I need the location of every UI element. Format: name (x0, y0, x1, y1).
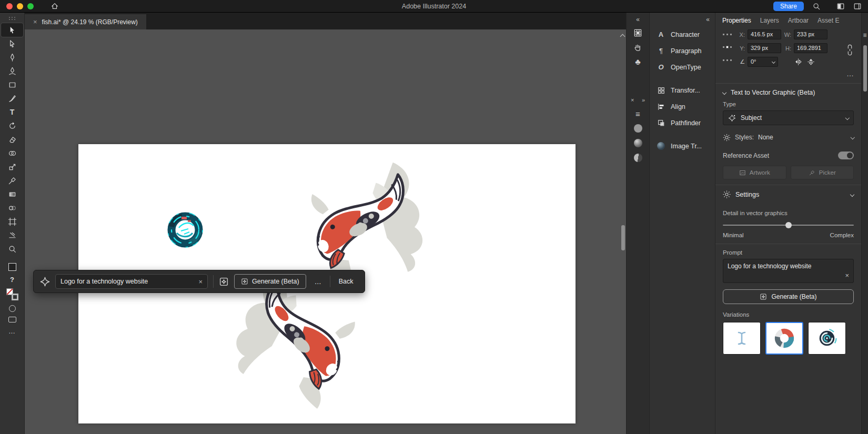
eyedropper-tool[interactable] (1, 174, 23, 187)
transform-section: X: 416.5 px W: 233 px Y: 329 px H: 169.2… (723, 29, 854, 70)
search-icon[interactable] (812, 2, 821, 11)
flip-vertical-icon[interactable] (807, 58, 815, 66)
sphere-panel-icon[interactable] (630, 136, 646, 150)
contextual-task-bar[interactable]: Logo for a technology website × Generate… (33, 270, 365, 293)
type-tool[interactable]: T (1, 105, 23, 119)
group-expand-icon[interactable]: » (642, 97, 645, 103)
back-button[interactable]: Back (330, 276, 359, 287)
lens-panel-icon[interactable] (630, 150, 646, 165)
panel-character[interactable]: A Character (650, 26, 715, 43)
zoom-tool[interactable] (1, 242, 23, 256)
ttv-section-header[interactable]: Text to Vector Graphic (Beta) (723, 89, 854, 96)
club-icon[interactable]: ♣ (630, 55, 646, 69)
menu-panel-icon[interactable]: ≡ (630, 106, 646, 121)
pen-tool[interactable] (1, 51, 23, 64)
subject-icon (728, 114, 736, 122)
close-window-button[interactable] (6, 3, 13, 9)
taskbar-more-button[interactable]: … (311, 278, 325, 286)
variation-text-cursor[interactable] (723, 322, 761, 355)
clear-prompt-icon[interactable]: × (198, 278, 203, 286)
x-position-input[interactable]: 416.5 px (748, 29, 781, 39)
prompt-input[interactable]: Logo for a technology website × (55, 274, 208, 289)
type-select[interactable]: Subject (723, 110, 854, 125)
rotate-tool[interactable] (1, 119, 23, 133)
height-input[interactable]: 169.2891 (794, 43, 827, 53)
rectangle-tool[interactable] (1, 78, 23, 92)
panel-align[interactable]: Align (650, 98, 715, 115)
selection-tool[interactable] (1, 23, 23, 37)
scale-tool[interactable] (1, 160, 23, 174)
panels-toggle-icon[interactable] (853, 2, 862, 11)
color-mode-icon[interactable] (9, 305, 16, 312)
toolbar-more-icon[interactable]: … (8, 327, 16, 335)
panel-transform[interactable]: Transfor... (650, 82, 715, 98)
canvas[interactable]: Logo for a technology website × Generate… (25, 29, 626, 434)
style-reference-icon[interactable] (219, 277, 229, 287)
panel-pathfinder[interactable]: Pathfinder (650, 115, 715, 131)
artboard-tool[interactable] (1, 215, 23, 228)
panel-paragraph[interactable]: ¶ Paragraph (650, 43, 715, 59)
app-title: Adobe Illustrator 2024 (0, 3, 868, 10)
glove-icon[interactable] (630, 40, 646, 55)
stroke-none-swatch[interactable] (6, 288, 18, 300)
y-position-input[interactable]: 329 px (748, 43, 781, 53)
align-icon (656, 102, 666, 112)
variation-color-wheel-logo[interactable] (765, 322, 803, 355)
document-tab-title: fish.ai* @ 24.19 % (RGB/Preview) (42, 18, 138, 26)
styles-select[interactable]: Styles: None (723, 130, 854, 145)
panel-scrollbar[interactable] (863, 45, 867, 92)
canvas-scroll-up-icon[interactable] (620, 34, 625, 39)
question-icon[interactable]: ? (10, 276, 14, 284)
transform-more-icon[interactable]: … (723, 69, 854, 78)
tab-layers[interactable]: Layers (760, 17, 779, 24)
artwork-button[interactable]: Artwork (723, 166, 786, 179)
picker-button[interactable]: Picker (791, 166, 854, 179)
transform-icon (656, 85, 666, 95)
detail-slider[interactable] (723, 221, 854, 229)
direct-selection-tool[interactable] (1, 37, 23, 51)
dock-collapse-icon[interactable]: « (636, 16, 640, 25)
curvature-tool[interactable] (1, 64, 23, 78)
rotation-select[interactable]: 0° (748, 57, 778, 67)
tab-artboards[interactable]: Artboar (788, 17, 809, 24)
width-input[interactable]: 233 px (794, 29, 827, 39)
canvas-vertical-scrollbar[interactable] (621, 225, 625, 250)
minimize-window-button[interactable] (17, 3, 23, 9)
home-icon[interactable] (51, 2, 59, 11)
panel-image-trace[interactable]: Image Tr... (650, 138, 715, 154)
panel-opentype[interactable]: O OpenType (650, 59, 715, 75)
prompt-textarea[interactable]: Logo for a technology website × (723, 259, 854, 283)
tab-asset-export[interactable]: Asset E (817, 17, 839, 24)
grid-panel-icon[interactable] (630, 25, 646, 40)
settings-section-header[interactable]: Settings (723, 190, 854, 198)
clear-prompt-icon[interactable]: × (845, 271, 849, 279)
panel-column-collapse-icon[interactable]: « (706, 16, 710, 26)
shape-builder-tool[interactable] (1, 146, 23, 160)
paintbrush-tool[interactable] (1, 92, 23, 105)
eraser-tool[interactable] (1, 133, 23, 146)
slice-tool[interactable] (1, 228, 23, 242)
circle-panel-icon[interactable] (630, 121, 646, 136)
paragraph-icon: ¶ (656, 46, 666, 56)
fill-swatch[interactable] (8, 263, 16, 271)
close-tab-icon[interactable]: × (33, 18, 37, 26)
group-close-icon[interactable]: × (631, 97, 634, 103)
variation-swirl-logo[interactable] (808, 322, 846, 355)
reference-asset-toggle[interactable] (838, 152, 854, 159)
blend-tool[interactable] (1, 201, 23, 215)
flip-horizontal-icon[interactable] (794, 58, 802, 66)
gradient-tool[interactable] (1, 187, 23, 201)
generate-button[interactable]: Generate (Beta) (234, 274, 306, 289)
tab-properties[interactable]: Properties (722, 17, 751, 24)
panel-menu-icon[interactable]: ≡ (863, 32, 866, 39)
workspace-layout-icon[interactable] (836, 2, 845, 11)
document-tab[interactable]: × fish.ai* @ 24.19 % (RGB/Preview) (25, 14, 146, 29)
constrain-proportions-icon[interactable] (845, 29, 854, 70)
share-button[interactable]: Share (773, 2, 804, 11)
zoom-window-button[interactable] (27, 3, 34, 9)
detail-slider-thumb[interactable] (785, 222, 792, 228)
reference-point-locator[interactable] (723, 34, 732, 70)
panel-generate-button[interactable]: Generate (Beta) (723, 289, 854, 304)
screen-mode-icon[interactable] (8, 317, 16, 322)
toolbar-drag-handle[interactable] (9, 17, 16, 20)
